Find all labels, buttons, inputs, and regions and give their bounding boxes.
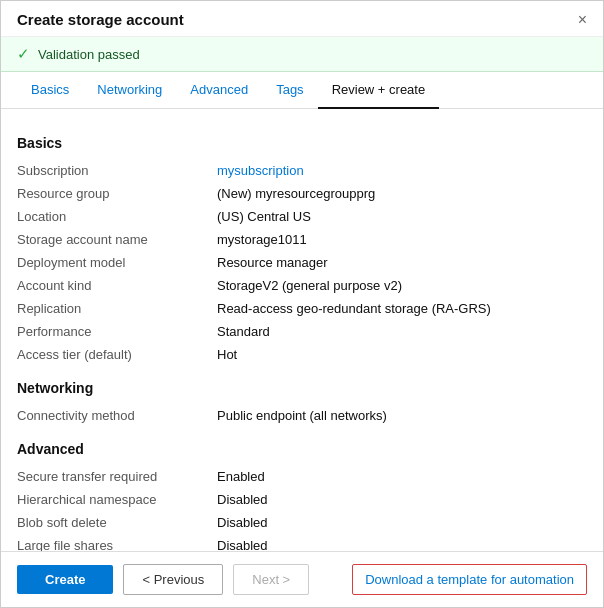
next-button[interactable]: Next > bbox=[233, 564, 309, 595]
field-value-account-kind: StorageV2 (general purpose v2) bbox=[217, 278, 587, 293]
validation-text: Validation passed bbox=[38, 47, 140, 62]
field-label-storage-name: Storage account name bbox=[17, 232, 217, 247]
field-location: Location (US) Central US bbox=[17, 205, 587, 228]
field-label-blob-soft-delete: Blob soft delete bbox=[17, 515, 217, 530]
field-label-deployment-model: Deployment model bbox=[17, 255, 217, 270]
field-value-performance: Standard bbox=[217, 324, 587, 339]
field-secure-transfer: Secure transfer required Enabled bbox=[17, 465, 587, 488]
tab-tags[interactable]: Tags bbox=[262, 72, 317, 109]
tab-review[interactable]: Review + create bbox=[318, 72, 440, 109]
tab-networking[interactable]: Networking bbox=[83, 72, 176, 109]
field-deployment-model: Deployment model Resource manager bbox=[17, 251, 587, 274]
footer: Create < Previous Next > Download a temp… bbox=[1, 551, 603, 607]
field-replication: Replication Read-access geo-redundant st… bbox=[17, 297, 587, 320]
field-large-file-shares: Large file shares Disabled bbox=[17, 534, 587, 551]
title-bar: Create storage account × bbox=[1, 1, 603, 37]
tab-advanced[interactable]: Advanced bbox=[176, 72, 262, 109]
previous-button[interactable]: < Previous bbox=[123, 564, 223, 595]
field-value-hierarchical-namespace: Disabled bbox=[217, 492, 587, 507]
field-label-secure-transfer: Secure transfer required bbox=[17, 469, 217, 484]
field-subscription: Subscription mysubscription bbox=[17, 159, 587, 182]
basics-section: Basics bbox=[17, 135, 587, 151]
download-template-button[interactable]: Download a template for automation bbox=[352, 564, 587, 595]
field-hierarchical-namespace: Hierarchical namespace Disabled bbox=[17, 488, 587, 511]
field-value-blob-soft-delete: Disabled bbox=[217, 515, 587, 530]
window-title: Create storage account bbox=[17, 11, 184, 28]
field-account-kind: Account kind StorageV2 (general purpose … bbox=[17, 274, 587, 297]
field-value-connectivity: Public endpoint (all networks) bbox=[217, 408, 587, 423]
advanced-section-title: Advanced bbox=[17, 441, 587, 457]
field-storage-name: Storage account name mystorage1011 bbox=[17, 228, 587, 251]
field-value-storage-name: mystorage1011 bbox=[217, 232, 587, 247]
content-area: Basics Subscription mysubscription Resou… bbox=[1, 109, 603, 551]
advanced-section: Advanced bbox=[17, 441, 587, 457]
create-storage-window: Create storage account × ✓ Validation pa… bbox=[0, 0, 604, 608]
field-value-access-tier: Hot bbox=[217, 347, 587, 362]
field-value-deployment-model: Resource manager bbox=[217, 255, 587, 270]
check-icon: ✓ bbox=[17, 45, 30, 63]
field-label-account-kind: Account kind bbox=[17, 278, 217, 293]
field-label-hierarchical-namespace: Hierarchical namespace bbox=[17, 492, 217, 507]
field-label-subscription: Subscription bbox=[17, 163, 217, 178]
field-value-replication: Read-access geo-redundant storage (RA-GR… bbox=[217, 301, 587, 316]
field-label-replication: Replication bbox=[17, 301, 217, 316]
networking-section-title: Networking bbox=[17, 380, 587, 396]
tab-bar: Basics Networking Advanced Tags Review +… bbox=[1, 72, 603, 109]
create-button[interactable]: Create bbox=[17, 565, 113, 594]
field-label-performance: Performance bbox=[17, 324, 217, 339]
field-value-secure-transfer: Enabled bbox=[217, 469, 587, 484]
field-value-subscription: mysubscription bbox=[217, 163, 587, 178]
basics-section-title: Basics bbox=[17, 135, 587, 151]
field-value-resource-group: (New) myresourcegroupprg bbox=[217, 186, 587, 201]
field-value-large-file-shares: Disabled bbox=[217, 538, 587, 551]
close-icon[interactable]: × bbox=[578, 12, 587, 28]
field-label-access-tier: Access tier (default) bbox=[17, 347, 217, 362]
field-label-connectivity: Connectivity method bbox=[17, 408, 217, 423]
field-label-large-file-shares: Large file shares bbox=[17, 538, 217, 551]
field-resource-group: Resource group (New) myresourcegroupprg bbox=[17, 182, 587, 205]
field-connectivity: Connectivity method Public endpoint (all… bbox=[17, 404, 587, 427]
field-label-resource-group: Resource group bbox=[17, 186, 217, 201]
tab-basics[interactable]: Basics bbox=[17, 72, 83, 109]
validation-banner: ✓ Validation passed bbox=[1, 37, 603, 72]
networking-section: Networking bbox=[17, 380, 587, 396]
field-value-location: (US) Central US bbox=[217, 209, 587, 224]
field-access-tier: Access tier (default) Hot bbox=[17, 343, 587, 366]
field-label-location: Location bbox=[17, 209, 217, 224]
field-performance: Performance Standard bbox=[17, 320, 587, 343]
field-blob-soft-delete: Blob soft delete Disabled bbox=[17, 511, 587, 534]
